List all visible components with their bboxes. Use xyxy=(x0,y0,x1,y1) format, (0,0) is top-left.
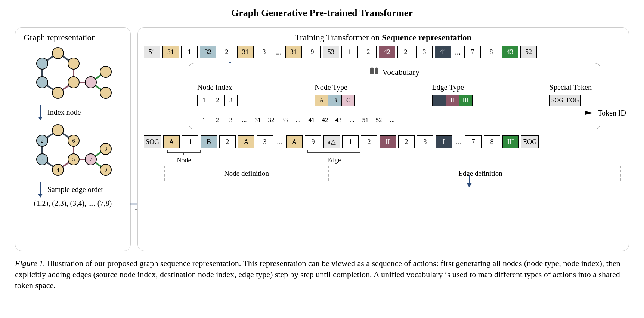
svg-text:2: 2 xyxy=(41,138,44,144)
token: 3 xyxy=(257,135,273,148)
svg-text:6: 6 xyxy=(72,138,75,144)
vocab-col-label: Special Token xyxy=(549,83,592,92)
axis-tick: ... xyxy=(386,116,399,124)
title-prefix: Training Transformer on xyxy=(295,33,382,42)
vocab-token: III xyxy=(459,95,473,106)
token: 41 xyxy=(435,46,451,58)
token: 8 xyxy=(483,46,499,58)
top-token-sequence: 51311322313...3195312422341...784352 xyxy=(144,46,623,58)
token-id-label: Token ID xyxy=(598,109,626,117)
token: 2 xyxy=(361,135,377,148)
svg-point-14 xyxy=(52,87,64,98)
svg-point-17 xyxy=(100,87,111,98)
step-sample-edge: Sample edge order xyxy=(36,181,124,198)
sequence-panel: Training Transformer on Sequence represe… xyxy=(137,27,629,251)
dashed-divider xyxy=(620,166,621,181)
graph-representation-panel: Graph representation Index node 12635478… xyxy=(15,27,131,251)
token: 42 xyxy=(379,46,395,58)
svg-point-10 xyxy=(37,58,48,69)
svg-text:8: 8 xyxy=(105,146,107,152)
token: 7 xyxy=(464,46,481,58)
vocab-col-label: Node Index xyxy=(197,83,238,92)
token: A xyxy=(238,135,254,148)
axis-tick: ... xyxy=(238,116,251,124)
vocab-col-label: Edge Type xyxy=(432,83,473,92)
vocab-token: C xyxy=(341,95,355,106)
svg-point-13 xyxy=(68,77,79,88)
token: 52 xyxy=(520,46,537,58)
token: A xyxy=(286,135,303,148)
token: 8 xyxy=(484,135,500,148)
vocab-token: II xyxy=(446,95,459,106)
dashed-divider xyxy=(164,166,165,181)
svg-text:5: 5 xyxy=(72,157,75,162)
edge-definition-span: Edge definition xyxy=(342,169,619,178)
ellipsis: ... xyxy=(454,138,463,146)
vocab-col-node_type: Node TypeABC xyxy=(315,83,355,106)
vocab-divider xyxy=(196,79,593,79)
token: 1 xyxy=(342,135,359,148)
vocab-col-label: Node Type xyxy=(315,83,355,92)
svg-marker-56 xyxy=(467,183,472,187)
token: SOG xyxy=(144,135,161,148)
axis-tick: 43 xyxy=(332,116,345,124)
vocab-token: 3 xyxy=(224,95,238,106)
ellipsis: ... xyxy=(275,48,283,56)
svg-text:4: 4 xyxy=(57,167,59,173)
graph-labeled: 126354789 xyxy=(21,122,124,178)
token: 31 xyxy=(237,46,254,58)
edge-def-label: Edge definition xyxy=(456,169,505,178)
axis-tick: ... xyxy=(345,116,359,124)
token: 1 xyxy=(182,135,198,148)
token: III xyxy=(502,135,519,148)
token: 2 xyxy=(219,135,236,148)
axis-tick: ... xyxy=(291,116,305,124)
token: 2 xyxy=(219,46,235,58)
svg-point-16 xyxy=(100,66,111,77)
book-icon xyxy=(369,67,379,77)
token: 3 xyxy=(256,46,272,58)
token: 2 xyxy=(398,135,415,148)
node-bracket: Node xyxy=(165,150,202,164)
token: EOG xyxy=(521,135,539,148)
token: 53 xyxy=(323,46,339,58)
node-label: Node xyxy=(165,156,202,164)
vocabulary-box: Vocabulary Node Index123Node TypeABCEdge… xyxy=(189,63,600,129)
axis-tick: 31 xyxy=(251,116,264,124)
svg-point-9 xyxy=(52,48,64,59)
vocab-col-edge_type: Edge TypeIIIIII xyxy=(432,83,473,106)
token: 3 xyxy=(417,135,433,148)
axis-tick: 2 xyxy=(211,116,224,124)
vocab-token: 1 xyxy=(197,95,211,106)
svg-point-11 xyxy=(68,58,79,69)
step-label: Sample edge order xyxy=(47,185,103,194)
arrow-down-icon xyxy=(36,181,44,198)
token: I xyxy=(436,135,452,148)
token: 32 xyxy=(200,46,216,58)
title-bold: Sequence representation xyxy=(382,33,471,42)
token: 7 xyxy=(465,135,482,148)
vocab-label: Vocabulary xyxy=(382,67,419,77)
vocab-token: A xyxy=(315,95,328,106)
step-index-node: Index node xyxy=(36,104,124,120)
figure-caption: Figure 1. Illustration of our proposed g… xyxy=(15,258,629,291)
vocab-col-node_index: Node Index123 xyxy=(197,83,238,106)
axis-tick: 33 xyxy=(278,116,291,124)
token: 31 xyxy=(162,46,179,58)
token: A xyxy=(163,135,180,148)
axis-tick-values: 123...313233...414243...5152... xyxy=(196,116,593,124)
pointer-down-icon xyxy=(467,175,472,189)
svg-marker-54 xyxy=(585,111,593,115)
token: 31 xyxy=(285,46,302,58)
axis-tick: 42 xyxy=(318,116,332,124)
token: 2 xyxy=(360,46,377,58)
token: 1 xyxy=(341,46,358,58)
figure-number: Figure 1. xyxy=(15,259,45,268)
token-id-axis: Token ID xyxy=(196,110,593,116)
divider xyxy=(15,21,629,21)
axis-tick: 52 xyxy=(372,116,386,124)
vocab-token: EOG xyxy=(565,95,581,106)
token: 1 xyxy=(181,46,198,58)
step-label: Index node xyxy=(47,108,81,117)
axis-tick: 1 xyxy=(197,116,211,124)
